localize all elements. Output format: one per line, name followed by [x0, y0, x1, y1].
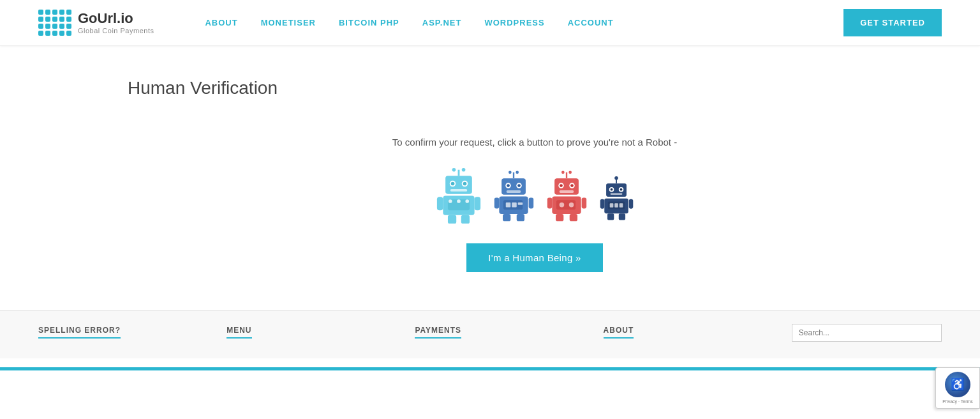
footer-col-menu-title: MENU: [226, 326, 251, 339]
svg-point-11: [448, 199, 452, 203]
svg-rect-50: [581, 197, 586, 208]
main-nav: ABOUT MONETISER BITCOIN PHP ASP.NET WORD…: [205, 18, 843, 27]
nav-aspnet[interactable]: ASP.NET: [422, 18, 462, 27]
svg-rect-31: [517, 202, 523, 205]
nav-account[interactable]: ACCOUNT: [568, 18, 614, 27]
site-header: GoUrl.io Global Coin Payments ABOUT MONE…: [0, 0, 980, 46]
svg-rect-29: [505, 202, 510, 208]
svg-point-20: [516, 171, 519, 174]
svg-point-25: [517, 184, 521, 187]
human-being-button[interactable]: I'm a Human Being »: [466, 243, 602, 272]
page-title: Human Verification: [128, 78, 942, 98]
svg-point-1: [452, 168, 456, 172]
footer-col-payments-title: PAYMENTS: [415, 326, 461, 339]
svg-rect-32: [494, 197, 499, 208]
svg-point-43: [570, 184, 574, 187]
svg-rect-17: [461, 215, 469, 224]
svg-rect-64: [614, 203, 618, 208]
footer-col-about-title: ABOUT: [604, 326, 634, 339]
nav-monetiser[interactable]: MONETISER: [261, 18, 316, 27]
svg-rect-51: [556, 214, 563, 221]
svg-point-12: [457, 199, 461, 203]
svg-point-57: [610, 188, 612, 191]
svg-rect-60: [610, 193, 622, 195]
svg-point-2: [461, 168, 465, 172]
svg-rect-49: [547, 197, 552, 208]
svg-rect-15: [474, 197, 480, 210]
svg-rect-69: [618, 213, 625, 220]
robots-row: [436, 167, 634, 224]
footer-accent-bar: [0, 367, 980, 370]
instruction-text: To confirm your request, click a button …: [392, 137, 677, 148]
footer-col-spelling: Spelling Error?: [38, 324, 188, 358]
logo[interactable]: GoUrl.io Global Coin Payments: [38, 10, 154, 36]
svg-point-41: [560, 184, 563, 187]
footer: Spelling Error? MENU PAYMENTS ABOUT: [0, 310, 980, 358]
svg-point-54: [614, 176, 618, 180]
logo-dots-icon: [38, 10, 71, 36]
footer-col-about: ABOUT: [604, 324, 754, 358]
footer-col-menu: MENU: [226, 324, 376, 358]
recaptcha-badge: ♿ Privacy · Terms: [935, 367, 980, 409]
get-started-button[interactable]: GET STARTED: [843, 9, 942, 36]
robot-2-icon: [493, 170, 535, 224]
recaptcha-text: Privacy · Terms: [942, 399, 973, 404]
logo-title: GoUrl.io: [78, 11, 154, 26]
svg-point-7: [463, 182, 466, 186]
footer-col-payments: PAYMENTS: [415, 324, 565, 358]
footer-search-input[interactable]: [792, 324, 942, 342]
svg-point-13: [465, 199, 469, 203]
svg-rect-14: [436, 197, 442, 210]
nav-about[interactable]: ABOUT: [205, 18, 237, 27]
svg-rect-34: [503, 214, 510, 221]
recaptcha-logo-icon: ♿: [945, 372, 970, 397]
footer-col-spelling-title: Spelling Error?: [38, 326, 121, 339]
svg-point-48: [568, 202, 574, 208]
logo-subtitle: Global Coin Payments: [78, 27, 154, 34]
svg-rect-44: [559, 190, 574, 193]
svg-rect-30: [512, 202, 517, 208]
svg-rect-26: [506, 190, 521, 193]
nav-bitcoin-php[interactable]: BITCOIN PHP: [339, 18, 399, 27]
verification-area: To confirm your request, click a button …: [128, 137, 942, 272]
robot-1-icon: [436, 167, 482, 224]
svg-point-59: [620, 188, 622, 191]
svg-rect-52: [569, 214, 577, 221]
svg-rect-35: [516, 214, 524, 221]
svg-point-38: [568, 171, 572, 174]
footer-col-search: [792, 324, 942, 358]
svg-point-23: [507, 184, 510, 187]
nav-wordpress[interactable]: WORDPRESS: [484, 18, 544, 27]
svg-rect-63: [609, 203, 613, 208]
svg-rect-65: [619, 203, 623, 208]
robot-4-icon: [599, 176, 634, 224]
main-content: Human Verification To confirm your reque…: [0, 46, 980, 310]
svg-rect-16: [447, 215, 456, 224]
svg-rect-68: [607, 213, 613, 220]
svg-point-19: [509, 171, 512, 174]
svg-rect-66: [600, 199, 604, 209]
svg-point-37: [561, 171, 565, 174]
svg-rect-67: [628, 199, 633, 209]
svg-rect-33: [528, 197, 533, 208]
svg-point-47: [559, 202, 564, 208]
svg-rect-8: [450, 189, 467, 192]
robot-3-icon: [546, 170, 588, 224]
svg-point-5: [450, 182, 454, 186]
